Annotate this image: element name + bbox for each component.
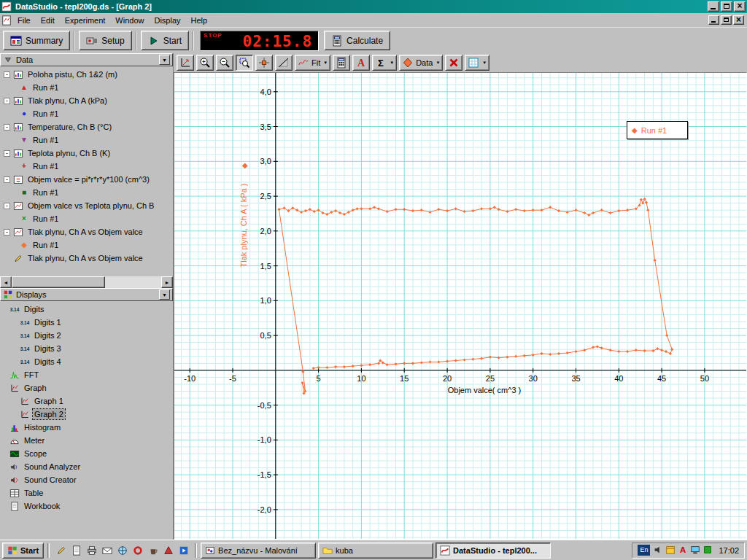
quick-launch-printer[interactable] xyxy=(84,542,99,558)
data-item-tlak-plynu-ch-a-kpa[interactable]: -Tlak plynu, Ch A (kPa) xyxy=(0,94,173,107)
scrollbar-thumb[interactable] xyxy=(12,276,105,288)
document-icon[interactable] xyxy=(1,15,12,26)
collapse-icon[interactable]: - xyxy=(4,124,10,131)
data-item-objem-valce-pi-r-r-y-100-cm-3[interactable]: -=Objem valce = pi*r*r*y*100 (cm^3) xyxy=(0,173,173,186)
tray-antivirus[interactable]: A xyxy=(678,545,688,556)
mdi-close-button[interactable] xyxy=(733,15,744,25)
quick-launch-java[interactable] xyxy=(145,542,160,558)
data-panel-hscrollbar[interactable]: ◄ ► xyxy=(0,276,173,288)
chevron-down-icon[interactable]: ▼ xyxy=(389,61,394,65)
setup-button[interactable]: Setup xyxy=(79,31,131,50)
run-item-teplota-plynu-ch-b-k[interactable]: +Run #1 xyxy=(0,160,173,173)
data-item-tlak-plynu-ch-a-vs-objem-valce[interactable]: Tlak plynu, Ch A vs Objem valce xyxy=(0,252,173,265)
clock[interactable]: 17:02 xyxy=(719,546,739,555)
data-item-teplota-plynu-ch-b-k[interactable]: -Teplota plynu, Ch B (K) xyxy=(0,147,173,160)
quick-launch-opera[interactable] xyxy=(130,542,145,558)
collapse-icon[interactable]: - xyxy=(4,203,10,209)
display-item-graph-2[interactable]: Graph 2 xyxy=(0,408,173,421)
displays-panel-header[interactable]: Displays ▼ xyxy=(0,288,173,301)
data-panel-menu-arrow-icon[interactable]: ▼ xyxy=(159,55,170,65)
display-item-sound-analyzer[interactable]: Sound Analyzer xyxy=(0,460,173,473)
task-kuba[interactable]: kuba xyxy=(318,542,433,559)
collapse-icon[interactable]: - xyxy=(4,71,10,78)
menu-help[interactable]: Help xyxy=(186,15,213,26)
quick-launch-browser[interactable] xyxy=(115,542,130,558)
menu-display[interactable]: Display xyxy=(149,15,185,26)
collapse-icon[interactable]: - xyxy=(4,98,10,104)
collapse-icon[interactable]: - xyxy=(4,176,10,183)
displays-panel-menu-arrow-icon[interactable]: ▼ xyxy=(159,289,170,300)
zoom-select-button[interactable] xyxy=(236,55,253,71)
display-item-graph[interactable]: Graph xyxy=(0,381,173,394)
language-indicator[interactable]: En xyxy=(638,545,650,556)
start-button[interactable]: Start xyxy=(141,31,189,50)
display-item-workbook[interactable]: Workbook xyxy=(0,499,173,513)
slope-tool-button[interactable] xyxy=(275,55,293,71)
quick-launch-player[interactable] xyxy=(160,542,176,558)
chart-plot[interactable]: -10-551015202530354045504,03,53,02,52,01… xyxy=(174,73,746,539)
menu-edit[interactable]: Edit xyxy=(36,15,60,26)
display-item-fft[interactable]: FFT xyxy=(0,368,173,381)
chevron-down-icon[interactable]: ▼ xyxy=(481,61,487,65)
scroll-left-icon[interactable]: ◄ xyxy=(0,276,12,288)
display-item-digits-1[interactable]: 3.14Digits 1 xyxy=(0,316,173,329)
menu-window[interactable]: Window xyxy=(110,15,149,26)
menu-file[interactable]: File xyxy=(12,15,36,26)
graph-display[interactable]: -10-551015202530354045504,03,53,02,52,01… xyxy=(174,72,747,540)
run-item-objem-valce-pi-r-r-y-100-cm-3[interactable]: ■Run #1 xyxy=(0,186,173,199)
y-axis-title[interactable]: Tlak plynu, Ch A ( kPa ) xyxy=(239,165,248,286)
start-menu-button[interactable]: Start xyxy=(2,542,44,559)
maximize-button[interactable] xyxy=(721,1,732,12)
smart-tool-button[interactable] xyxy=(255,55,273,71)
scrollbar-track[interactable] xyxy=(12,276,161,288)
quick-launch-media[interactable] xyxy=(176,542,191,558)
legend[interactable]: ◆ Run #1 xyxy=(627,121,688,139)
zoom-in-button[interactable] xyxy=(196,55,214,71)
display-item-scope[interactable]: Scope xyxy=(0,447,173,460)
chevron-down-icon[interactable]: ▼ xyxy=(435,61,440,65)
summary-button[interactable]: Summary xyxy=(3,31,70,50)
close-button[interactable] xyxy=(734,1,746,12)
run-item-tlak-plynu-ch-a-kpa[interactable]: ●Run #1 xyxy=(0,107,173,120)
display-item-digits[interactable]: 3.14Digits xyxy=(0,303,173,316)
scale-to-fit-button[interactable] xyxy=(177,55,194,71)
run-item-objem-valce-vs-teplota-plynu-ch-b[interactable]: ×Run #1 xyxy=(0,212,173,225)
display-item-sound-creator[interactable]: Sound Creator xyxy=(0,473,173,486)
x-axis-title[interactable]: Objem valce( cm^3 ) xyxy=(415,386,554,394)
collapse-icon[interactable]: - xyxy=(4,150,10,157)
quick-launch-notes[interactable] xyxy=(53,542,69,558)
mdi-restore-button[interactable] xyxy=(721,15,732,25)
display-item-digits-2[interactable]: 3.14Digits 2 xyxy=(0,329,173,342)
tray-scheduler[interactable] xyxy=(665,545,676,556)
tray-volume[interactable] xyxy=(653,545,663,556)
display-item-histogram[interactable]: Histogram xyxy=(0,421,173,434)
calculate-button[interactable]: Calculate xyxy=(324,31,390,50)
run-item-tlak-plynu-ch-a-vs-objem-valce[interactable]: ◆Run #1 xyxy=(0,238,173,252)
display-item-table[interactable]: Table xyxy=(0,486,173,499)
menu-experiment[interactable]: Experiment xyxy=(60,15,111,26)
data-item-tlak-plynu-ch-a-vs-objem-valce[interactable]: -Tlak plynu, Ch A vs Objem valce xyxy=(0,225,173,238)
chevron-down-icon[interactable]: ▼ xyxy=(322,61,328,65)
mdi-minimize-button[interactable] xyxy=(708,15,719,25)
display-item-graph-1[interactable]: Graph 1 xyxy=(0,394,173,408)
data-menu-button[interactable]: Data▼ xyxy=(399,55,443,71)
task-datastudio-tepl200[interactable]: DataStudio - tepl200... xyxy=(436,542,551,559)
display-item-digits-3[interactable]: 3.14Digits 3 xyxy=(0,342,173,355)
quick-launch-document[interactable] xyxy=(69,542,84,558)
run-item-temperature-ch-b-c[interactable]: ▼Run #1 xyxy=(0,133,173,147)
data-item-objem-valce-vs-teplota-plynu-ch-b[interactable]: -Objem valce vs Teplota plynu, Ch B xyxy=(0,199,173,212)
minimize-button[interactable] xyxy=(708,1,719,12)
run-item-poloha-pistu-ch-1-2-m[interactable]: ▲Run #1 xyxy=(0,81,173,94)
task-bez-n-zvu-malov-n[interactable]: Bez_názvu - Malování xyxy=(201,542,316,559)
display-item-meter[interactable]: Meter xyxy=(0,434,173,447)
data-panel-header[interactable]: Data ▼ xyxy=(0,53,173,66)
data-item-temperature-ch-b-c[interactable]: -Temperature, Ch B (°C) xyxy=(0,120,173,133)
fit-menu-button[interactable]: Fit▼ xyxy=(295,55,330,71)
text-annotation-button[interactable]: A xyxy=(352,55,370,71)
statistics-menu-button[interactable]: Σ▼ xyxy=(372,55,397,71)
graph-settings-button[interactable]: ▼ xyxy=(465,55,489,71)
tray-updater[interactable] xyxy=(703,545,713,556)
tray-display[interactable] xyxy=(690,545,700,556)
scroll-right-icon[interactable]: ► xyxy=(161,276,173,288)
zoom-out-button[interactable] xyxy=(216,55,233,71)
